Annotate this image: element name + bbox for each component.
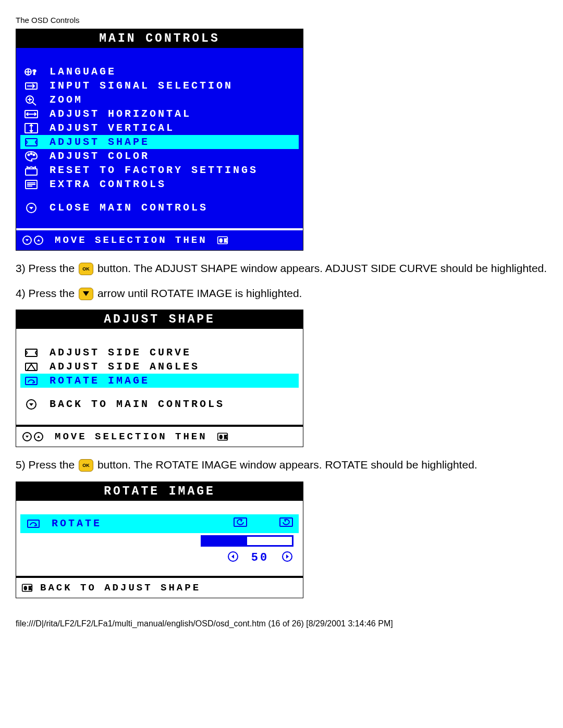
menu-item-label: ADJUST SHAPE (50, 136, 150, 148)
reset-icon (23, 165, 39, 176)
menu-item-adjust-vertical[interactable]: ADJUST VERTICAL (20, 121, 299, 135)
text: 5) Press the (16, 459, 78, 471)
ok-icon: OK (217, 431, 228, 442)
menu-item-rotate-image[interactable]: ROTATE IMAGE (20, 374, 299, 388)
menu-item-label: EXTRA CONTROLS (50, 178, 166, 190)
footer-path: file:///D|/rita/LF2/LF2/LFa1/multi_manua… (16, 619, 547, 628)
main-controls-footer: MOVE SELECTION THEN OK (16, 230, 303, 250)
menu-item-label: ROTATE IMAGE (50, 375, 150, 387)
page-title: The OSD Controls (16, 16, 547, 24)
menu-item-label: INPUT SIGNAL SELECTION (50, 80, 233, 92)
rotate-progress-bar (201, 535, 293, 547)
up-down-icons (21, 235, 44, 245)
adjust-shape-panel: ADJUST SHAPE ADJUST SIDE CURVE ADJUST SI… (16, 310, 303, 447)
text: arrow until ROTATE IMAGE is highlighted. (97, 287, 302, 299)
back-down-icon (23, 399, 39, 410)
menu-item-close[interactable]: CLOSE MAIN CONTROLS (20, 201, 299, 215)
language-icon: ? (23, 66, 39, 78)
menu-item-input-signal[interactable]: INPUT SIGNAL SELECTION (20, 79, 299, 93)
menu-item-label: ADJUST SIDE ANGLES (50, 361, 200, 373)
text: button. The ROTATE IMAGE window appears.… (97, 459, 478, 471)
menu-item-label: ADJUST HORIZONTAL (50, 108, 191, 120)
main-controls-header: MAIN CONTROLS (16, 29, 303, 48)
side-angles-icon (23, 361, 39, 373)
svg-text:OK: OK (24, 585, 33, 591)
close-down-icon (23, 202, 39, 214)
menu-item-label: BACK TO MAIN CONTROLS (50, 398, 225, 410)
menu-item-side-angles[interactable]: ADJUST SIDE ANGLES (20, 360, 299, 374)
main-controls-panel: MAIN CONTROLS ? LANGUAGE INPUT SIGNAL SE… (16, 29, 303, 251)
adjust-horizontal-icon (23, 108, 39, 120)
ok-icon: OK (21, 583, 33, 593)
rotate-bar-row (20, 533, 299, 549)
rotate-label: ROTATE (52, 517, 102, 529)
rotate-cw-icon[interactable] (279, 516, 293, 531)
side-curve-icon (23, 347, 39, 359)
up-down-icons (21, 431, 44, 442)
instruction-step-4: 4) Press the arrow until ROTATE IMAGE is… (16, 285, 547, 302)
footer-label: BACK TO ADJUST SHAPE (40, 582, 201, 594)
adjust-shape-footer: MOVE SELECTION THEN OK (16, 427, 303, 447)
adjust-color-icon (23, 151, 39, 162)
rotate-image-header: ROTATE IMAGE (16, 482, 303, 501)
menu-item-adjust-shape[interactable]: ADJUST SHAPE (20, 135, 299, 149)
menu-item-zoom[interactable]: ZOOM (20, 93, 299, 107)
text: button. The ADJUST SHAPE window appears.… (97, 262, 547, 274)
svg-text:OK: OK (219, 238, 228, 243)
menu-item-reset[interactable]: RESET TO FACTORY SETTINGS (20, 163, 299, 177)
svg-text:OK: OK (219, 434, 228, 440)
svg-text:?: ? (32, 68, 39, 76)
menu-item-label: ADJUST COLOR (50, 150, 150, 162)
extra-controls-icon (23, 179, 39, 190)
svg-rect-10 (26, 169, 37, 175)
svg-point-7 (28, 154, 30, 155)
down-arrow-button-icon (79, 288, 93, 300)
text: 4) Press the (16, 287, 78, 299)
menu-item-back-main[interactable]: BACK TO MAIN CONTROLS (20, 397, 299, 411)
menu-item-language[interactable]: ? LANGUAGE (20, 65, 299, 79)
rotate-value-row: 50 (20, 549, 299, 572)
svg-point-8 (31, 153, 32, 154)
text: 3) Press the (16, 262, 78, 274)
menu-item-label: ADJUST SIDE CURVE (50, 347, 191, 359)
footer-label: MOVE SELECTION THEN (55, 431, 207, 442)
menu-item-adjust-horizontal[interactable]: ADJUST HORIZONTAL (20, 107, 299, 121)
adjust-shape-header: ADJUST SHAPE (16, 310, 303, 329)
menu-item-extra-controls[interactable]: EXTRA CONTROLS (20, 177, 299, 191)
menu-item-side-curve[interactable]: ADJUST SIDE CURVE (20, 346, 299, 360)
footer-label: MOVE SELECTION THEN (55, 235, 207, 246)
input-signal-icon (23, 80, 39, 92)
rotate-value: 50 (249, 551, 272, 564)
ok-icon: OK (217, 235, 228, 245)
rotate-image-icon (23, 375, 39, 387)
svg-point-9 (33, 154, 35, 155)
instruction-step-3: 3) Press the button. The ADJUST SHAPE wi… (16, 260, 547, 277)
ok-button-icon (79, 263, 93, 275)
svg-rect-19 (26, 377, 37, 385)
zoom-icon (23, 94, 39, 106)
svg-rect-25 (28, 520, 39, 527)
adjust-shape-icon (23, 137, 39, 148)
rotate-ccw-icon[interactable] (233, 516, 248, 531)
rotate-icon (26, 518, 41, 529)
menu-item-label: CLOSE MAIN CONTROLS (50, 202, 208, 214)
increment-icon[interactable] (281, 551, 293, 565)
rotate-row[interactable]: ROTATE (20, 514, 299, 533)
rotate-image-panel: ROTATE IMAGE ROTATE (16, 482, 303, 598)
decrement-icon[interactable] (227, 551, 239, 565)
menu-item-label: LANGUAGE (50, 66, 116, 78)
menu-item-label: ZOOM (50, 94, 83, 106)
menu-item-adjust-color[interactable]: ADJUST COLOR (20, 149, 299, 163)
menu-item-label: ADJUST VERTICAL (50, 122, 175, 134)
instruction-step-5: 5) Press the button. The ROTATE IMAGE wi… (16, 456, 547, 473)
menu-item-label: RESET TO FACTORY SETTINGS (50, 164, 258, 176)
rotate-image-footer: OK BACK TO ADJUST SHAPE (16, 578, 303, 598)
adjust-vertical-icon (23, 122, 39, 134)
ok-button-icon (79, 459, 93, 472)
